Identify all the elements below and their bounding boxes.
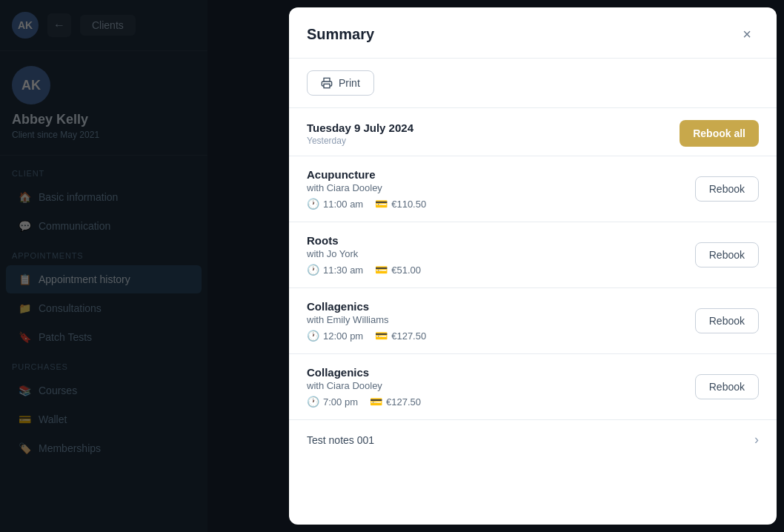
time-detail: 🕐 11:00 am	[307, 198, 363, 210]
svg-rect-0	[324, 84, 330, 87]
modal-body: Tuesday 9 July 2024 Yesterday Rebook all…	[289, 108, 777, 525]
modal-toolbar: Print	[289, 59, 777, 108]
appointment-details: 🕐 11:30 am 💳 €51.00	[307, 264, 421, 276]
notes-row[interactable]: Test notes 001 ›	[289, 420, 777, 459]
price-value: €127.50	[386, 396, 421, 408]
appointment-name: Collagenics	[307, 300, 426, 313]
clock-icon: 🕐	[307, 264, 319, 276]
time-detail: 🕐 12:00 pm	[307, 330, 363, 342]
appointment-name: Collagenics	[307, 366, 421, 379]
appointment-with: with Ciara Dooley	[307, 182, 426, 193]
price-detail: 💳 €127.50	[370, 396, 421, 408]
time-value: 11:30 am	[323, 265, 363, 276]
appointment-details: 🕐 11:00 am 💳 €110.50	[307, 198, 426, 210]
time-value: 7:00 pm	[323, 396, 358, 408]
price-value: €127.50	[391, 330, 426, 342]
clock-icon: 🕐	[307, 330, 319, 342]
time-value: 12:00 pm	[323, 330, 363, 342]
time-value: 11:00 am	[323, 199, 363, 210]
print-label: Print	[339, 77, 360, 89]
summary-modal: Summary × Print Tuesday 9 July 2024 Yest…	[289, 7, 777, 525]
print-button[interactable]: Print	[307, 70, 374, 96]
appointment-name: Roots	[307, 234, 421, 247]
date-sub: Yesterday	[307, 136, 413, 146]
appointment-info: Acupuncture with Ciara Dooley 🕐 11:00 am…	[307, 168, 426, 210]
appointment-info: Roots with Jo York 🕐 11:30 am 💳 €51.00	[307, 234, 421, 276]
date-section: Tuesday 9 July 2024 Yesterday Rebook all	[289, 108, 777, 156]
rebook-all-button[interactable]: Rebook all	[680, 120, 759, 147]
price-icon: 💳	[375, 264, 388, 276]
appointment-details: 🕐 7:00 pm 💳 €127.50	[307, 396, 421, 408]
price-icon: 💳	[375, 330, 388, 342]
modal-header: Summary ×	[289, 7, 777, 59]
rebook-button[interactable]: Rebook	[695, 242, 759, 267]
appointment-card: Acupuncture with Ciara Dooley 🕐 11:00 am…	[289, 156, 777, 222]
close-button[interactable]: ×	[735, 22, 759, 46]
appointment-with: with Jo York	[307, 248, 421, 259]
appointment-card: Collagenics with Ciara Dooley 🕐 7:00 pm …	[289, 354, 777, 420]
chevron-right-icon: ›	[754, 432, 759, 448]
price-value: €51.00	[391, 265, 421, 276]
appointment-info: Collagenics with Ciara Dooley 🕐 7:00 pm …	[307, 366, 421, 408]
price-detail: 💳 €110.50	[375, 198, 426, 210]
modal-title: Summary	[307, 26, 374, 43]
price-detail: 💳 €51.00	[375, 264, 421, 276]
clock-icon: 🕐	[307, 396, 319, 408]
price-value: €110.50	[391, 199, 426, 210]
appointment-info: Collagenics with Emily Williams 🕐 12:00 …	[307, 300, 426, 342]
appointment-with: with Emily Williams	[307, 314, 426, 325]
time-detail: 🕐 11:30 am	[307, 264, 363, 276]
printer-icon	[321, 77, 333, 89]
clock-icon: 🕐	[307, 198, 319, 210]
appointment-details: 🕐 12:00 pm 💳 €127.50	[307, 330, 426, 342]
appointment-card: Roots with Jo York 🕐 11:30 am 💳 €51.00 R…	[289, 222, 777, 288]
rebook-button[interactable]: Rebook	[695, 176, 759, 202]
notes-text: Test notes 001	[307, 434, 374, 446]
close-icon: ×	[743, 26, 751, 43]
price-detail: 💳 €127.50	[375, 330, 426, 342]
date-main: Tuesday 9 July 2024	[307, 122, 413, 134]
time-detail: 🕐 7:00 pm	[307, 396, 358, 408]
rebook-button[interactable]: Rebook	[695, 308, 759, 333]
appointment-name: Acupuncture	[307, 168, 426, 181]
rebook-button[interactable]: Rebook	[695, 374, 759, 399]
price-icon: 💳	[370, 396, 382, 408]
appointment-with: with Ciara Dooley	[307, 380, 421, 391]
price-icon: 💳	[375, 198, 388, 210]
appointment-card: Collagenics with Emily Williams 🕐 12:00 …	[289, 288, 777, 354]
date-info: Tuesday 9 July 2024 Yesterday	[307, 122, 413, 146]
